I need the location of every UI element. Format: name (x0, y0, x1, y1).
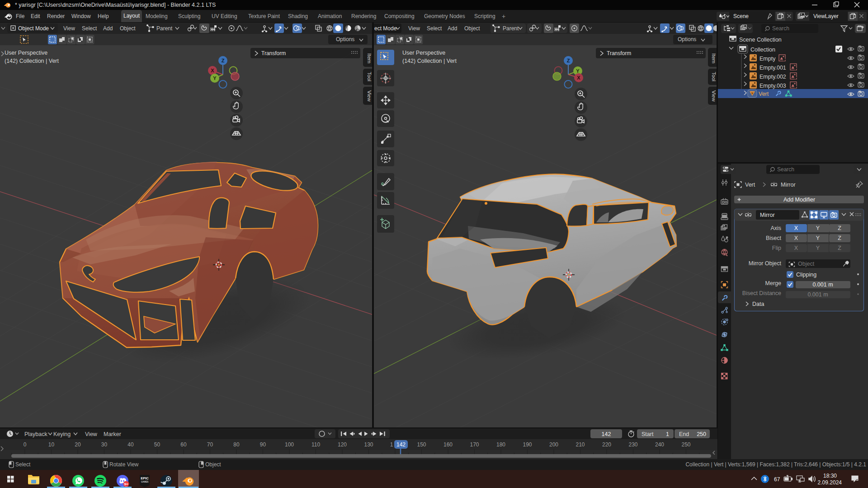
svg-text:Playback: Playback (24, 431, 47, 437)
svg-text:Y: Y (816, 225, 820, 231)
svg-text:Search: Search (772, 25, 789, 32)
svg-text:80: 80 (233, 441, 240, 448)
svg-text:Bisect Distance: Bisect Distance (742, 290, 781, 296)
svg-text:X: X (794, 245, 798, 251)
svg-text:Empty: Empty (760, 56, 776, 62)
svg-text:Z: Z (838, 235, 841, 241)
svg-text:Flip: Flip (772, 245, 781, 251)
svg-text:200: 200 (549, 441, 558, 448)
svg-text:EPIC: EPIC (141, 476, 149, 480)
svg-text:240: 240 (655, 441, 664, 448)
svg-text:Bisect: Bisect (766, 235, 782, 241)
svg-text:100: 100 (285, 441, 294, 448)
svg-text:1: 1 (666, 431, 669, 437)
svg-text:Merge: Merge (765, 280, 781, 286)
svg-text:Vert: Vert (745, 182, 755, 188)
svg-text:180: 180 (496, 441, 505, 448)
svg-text:60: 60 (180, 441, 187, 448)
svg-text:0: 0 (24, 441, 27, 448)
svg-text:250: 250 (681, 441, 690, 448)
svg-text:Select: Select (15, 461, 31, 468)
svg-text:Rotate View: Rotate View (109, 461, 139, 468)
svg-text:220: 220 (602, 441, 611, 448)
svg-text:2.09.2024: 2.09.2024 (818, 479, 842, 486)
svg-text:Collection | Vert | Verts:1,56: Collection | Vert | Verts:1,569 | Faces:… (685, 461, 866, 468)
svg-text:Axis: Axis (770, 225, 781, 231)
svg-text:142: 142 (396, 441, 406, 448)
svg-text:Y: Y (816, 245, 820, 251)
svg-text:View: View (85, 431, 98, 437)
svg-text:230: 230 (628, 441, 637, 448)
svg-text:Y: Y (576, 68, 580, 74)
svg-text:0.001 m: 0.001 m (812, 282, 833, 288)
svg-text:X: X (577, 75, 580, 80)
svg-text:Z: Z (567, 58, 570, 63)
svg-text:Z: Z (838, 225, 841, 231)
svg-text:130: 130 (364, 441, 373, 448)
svg-text:Mirror: Mirror (760, 212, 775, 218)
svg-text:Marker: Marker (104, 431, 121, 437)
svg-text:10: 10 (48, 441, 55, 448)
svg-text:X: X (794, 235, 798, 241)
svg-text:18:30: 18:30 (823, 473, 837, 479)
svg-text:50: 50 (154, 441, 160, 448)
svg-text:67: 67 (774, 476, 780, 483)
svg-text:160: 160 (443, 441, 453, 448)
svg-text:142: 142 (602, 431, 611, 437)
svg-text:X: X (794, 225, 798, 231)
svg-text:GAMES: GAMES (141, 481, 148, 483)
svg-text:X: X (211, 68, 214, 73)
svg-text:Object: Object (798, 261, 815, 267)
svg-text:Empty.003: Empty.003 (760, 83, 786, 89)
svg-text:Scene Collection: Scene Collection (739, 37, 782, 43)
svg-text:Search: Search (777, 166, 794, 173)
svg-text:120: 120 (338, 441, 347, 448)
svg-text:Z: Z (222, 58, 225, 63)
svg-text:1: 1 (390, 441, 393, 448)
svg-text:70: 70 (207, 441, 213, 448)
svg-text:Y: Y (816, 235, 820, 241)
svg-text:110: 110 (311, 441, 320, 448)
svg-text:90: 90 (260, 441, 266, 448)
svg-text:End: End (679, 431, 689, 437)
svg-text:Empty.001: Empty.001 (760, 65, 786, 71)
svg-text:40: 40 (127, 441, 134, 448)
svg-text:20: 20 (75, 441, 81, 448)
svg-text:190: 190 (523, 441, 532, 448)
svg-text:Mirror Object: Mirror Object (749, 260, 782, 267)
svg-text:210: 210 (576, 441, 585, 448)
svg-text:Data: Data (752, 301, 764, 307)
svg-text:9+: 9+ (124, 482, 128, 486)
svg-text:Keying: Keying (53, 431, 71, 437)
svg-text:250: 250 (697, 431, 706, 437)
svg-text:Add Modifier: Add Modifier (783, 197, 815, 203)
svg-text:Start: Start (642, 431, 654, 437)
svg-text:Y: Y (213, 75, 217, 81)
svg-text:150: 150 (417, 441, 426, 448)
svg-text:Object: Object (205, 461, 221, 468)
svg-text:Empty.002: Empty.002 (760, 74, 786, 80)
svg-text:Mirror: Mirror (781, 182, 796, 188)
svg-text:Vert: Vert (759, 91, 769, 97)
svg-text:30: 30 (101, 441, 108, 448)
svg-text:170: 170 (470, 441, 479, 448)
svg-text:0.001 m: 0.001 m (807, 291, 828, 298)
svg-text:Collection: Collection (750, 47, 775, 53)
svg-text:Clipping: Clipping (796, 272, 816, 278)
svg-text:Z: Z (838, 245, 841, 251)
